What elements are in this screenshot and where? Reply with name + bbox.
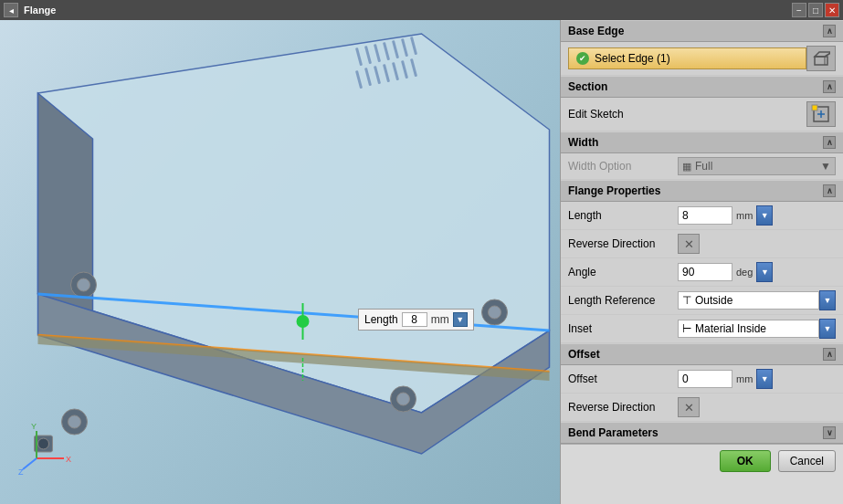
angle-unit: deg (732, 267, 756, 278)
angle-label: Angle (568, 266, 678, 278)
angle-arrow-btn[interactable]: ▼ (756, 262, 773, 282)
length-input[interactable] (678, 206, 732, 225)
svg-rect-39 (815, 57, 827, 65)
bend-params-collapse-btn[interactable]: ∨ (823, 426, 836, 439)
svg-point-10 (397, 393, 410, 405)
offset-unit: mm (732, 373, 756, 384)
length-arrow-btn[interactable]: ▼ (453, 312, 468, 327)
svg-text:Y: Y (31, 422, 37, 431)
reverse-dir-btn[interactable]: ✕ (678, 234, 700, 254)
svg-line-37 (23, 458, 37, 469)
width-title: Width (568, 136, 598, 149)
offset-row: Offset mm ▼ (561, 365, 843, 394)
width-option-select[interactable]: ▦ Full ▼ (678, 157, 836, 175)
bottom-bar: OK Cancel (561, 444, 843, 478)
axis-indicator: X Y Z (18, 422, 73, 477)
length-field: mm ▼ (678, 205, 836, 226)
cancel-button[interactable]: Cancel (778, 450, 836, 472)
base-edge-collapse-btn[interactable]: ∧ (823, 25, 836, 37)
offset-reverse-row: Reverse Direction ✕ (561, 394, 843, 422)
length-ref-text: Outside (695, 294, 732, 307)
inset-field: ⊢ Material Inside ▼ (678, 319, 836, 339)
inset-label: Inset (568, 322, 678, 335)
offset-reverse-label: Reverse Direction (568, 401, 678, 414)
arrow-left-btn[interactable]: ◂ (4, 3, 18, 17)
offset-reverse-icon: ✕ (684, 401, 694, 415)
length-ref-field: ⊤ Outside ▼ (678, 290, 836, 310)
viewport[interactable]: Length mm ▼ X Y Z (0, 20, 560, 504)
section-title: Section (568, 80, 607, 93)
inset-arrow[interactable]: ▼ (819, 319, 836, 339)
angle-input[interactable] (678, 263, 732, 281)
bend-params-header: Bend Parameters ∨ (561, 422, 843, 444)
offset-reverse-btn[interactable]: ✕ (678, 397, 700, 417)
length-ref-input[interactable]: ⊤ Outside (678, 291, 819, 310)
reverse-dir-row: Reverse Direction ✕ (561, 230, 843, 258)
length-ref-value: ⊤ Outside ▼ (678, 290, 836, 310)
length-input-viewport[interactable] (402, 312, 427, 327)
select-edge-btn[interactable]: ✔ Select Edge (1) (568, 47, 806, 69)
offset-field: mm ▼ (678, 369, 836, 389)
base-edge-title: Base Edge (568, 25, 624, 37)
offset-title: Offset (568, 348, 600, 361)
main-layout: Length mm ▼ X Y Z Base Edge ∧ (0, 20, 843, 504)
inset-text: Material Inside (695, 322, 766, 335)
close-btn[interactable]: ✕ (825, 3, 839, 17)
flange-props-title: Flange Properties (568, 184, 660, 197)
offset-input[interactable] (678, 370, 732, 388)
reverse-dir-label: Reverse Direction (568, 237, 678, 250)
length-ref-arrow[interactable]: ▼ (819, 290, 836, 310)
offset-arrow-btn[interactable]: ▼ (756, 369, 773, 389)
length-row: Length mm ▼ (561, 202, 843, 230)
width-option-value: Full (691, 160, 820, 173)
section-header: Section ∧ (561, 76, 843, 98)
length-arrow-btn[interactable]: ▼ (756, 205, 773, 226)
length-text: Length (364, 313, 398, 326)
length-label-overlay[interactable]: Length mm ▼ (358, 309, 474, 331)
angle-row: Angle deg ▼ (561, 258, 843, 287)
right-panel: Base Edge ∧ ✔ Select Edge (1) Sectio (560, 20, 843, 504)
edit-sketch-btn[interactable] (806, 101, 836, 127)
length-unit-text: mm (431, 313, 449, 326)
section-collapse-btn[interactable]: ∧ (823, 80, 836, 93)
inset-value: ⊢ Material Inside ▼ (678, 319, 836, 339)
svg-point-8 (489, 306, 501, 319)
edit-sketch-label: Edit Sketch (568, 108, 624, 121)
svg-rect-46 (812, 105, 817, 110)
reverse-icon: ✕ (684, 237, 694, 251)
edit-sketch-row: Edit Sketch (561, 98, 843, 131)
ok-button[interactable]: OK (720, 450, 771, 472)
inset-row: Inset ⊢ Material Inside ▼ (561, 315, 843, 343)
length-ref-row: Length Reference ⊤ Outside ▼ (561, 287, 843, 315)
offset-label: Offset (568, 373, 678, 385)
outside-icon: ⊤ (682, 294, 691, 307)
material-icon: ⊢ (682, 322, 691, 335)
restore-btn[interactable]: □ (808, 3, 823, 17)
svg-text:X: X (66, 455, 71, 464)
reverse-dir-value: ✕ (678, 234, 836, 254)
svg-text:Z: Z (18, 467, 24, 477)
offset-reverse-value: ✕ (678, 397, 836, 417)
inset-input[interactable]: ⊢ Material Inside (678, 320, 819, 338)
offset-header: Offset ∧ (561, 343, 843, 365)
width-dropdown-arrow: ▼ (820, 160, 831, 173)
minimize-btn[interactable]: − (792, 3, 806, 17)
width-option-row: Width Option ▦ Full ▼ (561, 153, 843, 180)
width-header: Width ∧ (561, 131, 843, 153)
width-collapse-btn[interactable]: ∧ (823, 136, 836, 149)
base-edge-header: Base Edge ∧ (561, 20, 843, 42)
select-edge-label: Select Edge (1) (595, 52, 670, 65)
title-bar: ◂ Flange − □ ✕ (0, 0, 843, 20)
length-unit: mm (732, 210, 756, 221)
offset-collapse-btn[interactable]: ∧ (823, 348, 836, 361)
title-label: Flange (24, 5, 56, 16)
check-icon: ✔ (576, 52, 589, 65)
bend-params-title: Bend Parameters (568, 426, 659, 439)
edge-3d-btn[interactable] (806, 46, 836, 71)
length-label: Length (568, 209, 678, 222)
flange-props-collapse-btn[interactable]: ∧ (823, 184, 836, 197)
width-option-label: Width Option (568, 160, 678, 173)
offset-value: mm ▼ (678, 369, 836, 389)
length-ref-label: Length Reference (568, 294, 678, 307)
flange-props-header: Flange Properties ∧ (561, 180, 843, 202)
